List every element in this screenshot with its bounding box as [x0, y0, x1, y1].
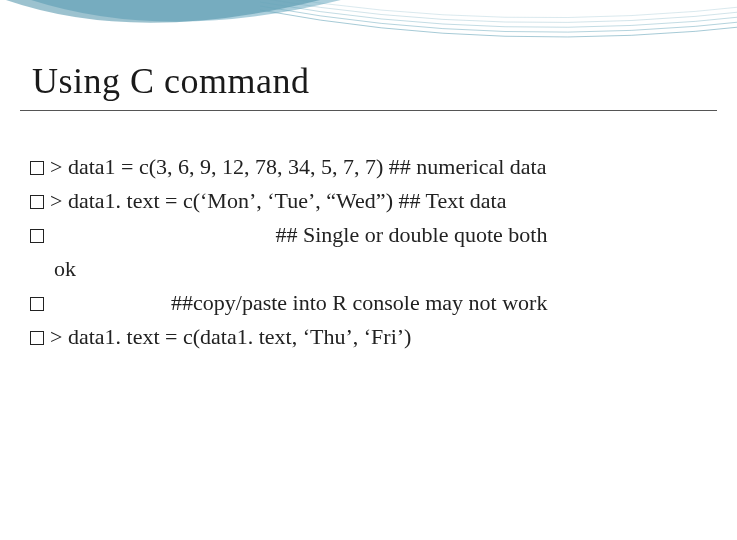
slide-body: > data1 = c(3, 6, 9, 12, 78, 34, 5, 7, 7… — [30, 150, 697, 355]
body-line: ##copy/paste into R console may not work — [50, 290, 547, 315]
body-line: ## Single or double quote both — [50, 222, 547, 247]
body-line: > data1. text = c(data1. text, ‘Thu’, ‘F… — [50, 324, 411, 349]
bullet-icon — [30, 195, 44, 209]
bullet-icon — [30, 331, 44, 345]
bullet-icon — [30, 161, 44, 175]
title-underline — [20, 110, 717, 111]
bullet-icon — [30, 229, 44, 243]
slide-title: Using C command — [32, 60, 309, 102]
body-line: > data1 = c(3, 6, 9, 12, 78, 34, 5, 7, 7… — [50, 154, 546, 179]
body-line: > data1. text = c(‘Mon’, ‘Tue’, “Wed”) #… — [50, 188, 506, 213]
bullet-icon — [30, 297, 44, 311]
body-line-continuation: ok — [30, 252, 697, 286]
